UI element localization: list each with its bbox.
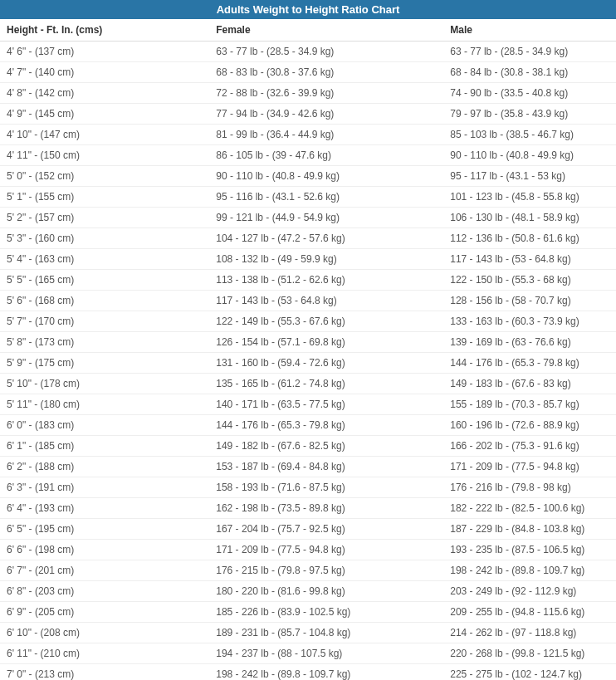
cell-male: 79 - 97 lb - (35.8 - 43.9 kg) xyxy=(443,104,616,125)
cell-height: 6' 5" - (195 cm) xyxy=(0,519,209,540)
cell-male: 95 - 117 lb - (43.1 - 53 kg) xyxy=(443,166,616,187)
cell-male: 63 - 77 lb - (28.5 - 34.9 kg) xyxy=(443,42,616,62)
table-row: 5' 4" - (163 cm)108 - 132 lb - (49 - 59.… xyxy=(0,249,616,270)
header-male: Male xyxy=(443,19,616,42)
table-row: 5' 9" - (175 cm)131 - 160 lb - (59.4 - 7… xyxy=(0,353,616,374)
table-row: 6' 5" - (195 cm)167 - 204 lb - (75.7 - 9… xyxy=(0,519,616,540)
cell-female: 180 - 220 lb - (81.6 - 99.8 kg) xyxy=(209,581,443,602)
cell-male: 117 - 143 lb - (53 - 64.8 kg) xyxy=(443,249,616,270)
header-female: Female xyxy=(209,19,443,42)
table-row: 6' 4" - (193 cm)162 - 198 lb - (73.5 - 8… xyxy=(0,498,616,519)
cell-male: 122 - 150 lb - (55.3 - 68 kg) xyxy=(443,270,616,291)
cell-female: 108 - 132 lb - (49 - 59.9 kg) xyxy=(209,249,443,270)
table-header-row: Height - Ft. In. (cms) Female Male xyxy=(0,19,616,42)
cell-female: 68 - 83 lb - (30.8 - 37.6 kg) xyxy=(209,62,443,83)
table-row: 5' 8" - (173 cm)126 - 154 lb - (57.1 - 6… xyxy=(0,332,616,353)
cell-male: 220 - 268 lb - (99.8 - 121.5 kg) xyxy=(443,643,616,664)
cell-height: 4' 9" - (145 cm) xyxy=(0,104,209,125)
chart-title: Adults Weight to Height Ratio Chart xyxy=(0,0,616,19)
cell-male: 187 - 229 lb - (84.8 - 103.8 kg) xyxy=(443,519,616,540)
cell-female: 153 - 187 lb - (69.4 - 84.8 kg) xyxy=(209,457,443,477)
table-row: 5' 5" - (165 cm)113 - 138 lb - (51.2 - 6… xyxy=(0,270,616,291)
cell-height: 5' 10" - (178 cm) xyxy=(0,374,209,394)
cell-female: 176 - 215 lb - (79.8 - 97.5 kg) xyxy=(209,560,443,581)
cell-female: 135 - 165 lb - (61.2 - 74.8 kg) xyxy=(209,374,443,394)
cell-male: 68 - 84 lb - (30.8 - 38.1 kg) xyxy=(443,62,616,83)
cell-female: 90 - 110 lb - (40.8 - 49.9 kg) xyxy=(209,166,443,187)
cell-female: 77 - 94 lb - (34.9 - 42.6 kg) xyxy=(209,104,443,125)
table-row: 6' 9" - (205 cm)185 - 226 lb - (83.9 - 1… xyxy=(0,602,616,623)
table-row: 6' 0" - (183 cm)144 - 176 lb - (65.3 - 7… xyxy=(0,415,616,436)
cell-height: 5' 8" - (173 cm) xyxy=(0,332,209,353)
cell-male: 171 - 209 lb - (77.5 - 94.8 kg) xyxy=(443,457,616,477)
cell-female: 158 - 193 lb - (71.6 - 87.5 kg) xyxy=(209,477,443,498)
cell-female: 81 - 99 lb - (36.4 - 44.9 kg) xyxy=(209,125,443,145)
cell-male: 106 - 130 lb - (48.1 - 58.9 kg) xyxy=(443,208,616,228)
cell-female: 113 - 138 lb - (51.2 - 62.6 kg) xyxy=(209,270,443,291)
cell-height: 6' 7" - (201 cm) xyxy=(0,560,209,581)
table-row: 6' 3" - (191 cm)158 - 193 lb - (71.6 - 8… xyxy=(0,477,616,498)
cell-male: 85 - 103 lb - (38.5 - 46.7 kg) xyxy=(443,125,616,145)
cell-height: 7' 0" - (213 cm) xyxy=(0,664,209,681)
table-row: 6' 10" - (208 cm)189 - 231 lb - (85.7 - … xyxy=(0,623,616,643)
table-row: 4' 6" - (137 cm)63 - 77 lb - (28.5 - 34.… xyxy=(0,42,616,62)
cell-height: 5' 1" - (155 cm) xyxy=(0,187,209,208)
cell-height: 4' 7" - (140 cm) xyxy=(0,62,209,83)
cell-female: 162 - 198 lb - (73.5 - 89.8 kg) xyxy=(209,498,443,519)
cell-height: 5' 5" - (165 cm) xyxy=(0,270,209,291)
table-row: 5' 7" - (170 cm)122 - 149 lb - (55.3 - 6… xyxy=(0,311,616,332)
table-row: 6' 2" - (188 cm)153 - 187 lb - (69.4 - 8… xyxy=(0,457,616,477)
table-row: 4' 9" - (145 cm)77 - 94 lb - (34.9 - 42.… xyxy=(0,104,616,125)
cell-height: 5' 7" - (170 cm) xyxy=(0,311,209,332)
cell-female: 95 - 116 lb - (43.1 - 52.6 kg) xyxy=(209,187,443,208)
cell-height: 6' 1" - (185 cm) xyxy=(0,436,209,457)
cell-female: 104 - 127 lb - (47.2 - 57.6 kg) xyxy=(209,228,443,249)
cell-male: 144 - 176 lb - (65.3 - 79.8 kg) xyxy=(443,353,616,374)
table-row: 6' 8" - (203 cm)180 - 220 lb - (81.6 - 9… xyxy=(0,581,616,602)
cell-height: 5' 11" - (180 cm) xyxy=(0,394,209,415)
table-row: 5' 2" - (157 cm)99 - 121 lb - (44.9 - 54… xyxy=(0,208,616,228)
table-row: 5' 10" - (178 cm)135 - 165 lb - (61.2 - … xyxy=(0,374,616,394)
cell-female: 126 - 154 lb - (57.1 - 69.8 kg) xyxy=(209,332,443,353)
cell-female: 149 - 182 lb - (67.6 - 82.5 kg) xyxy=(209,436,443,457)
cell-female: 140 - 171 lb - (63.5 - 77.5 kg) xyxy=(209,394,443,415)
cell-female: 185 - 226 lb - (83.9 - 102.5 kg) xyxy=(209,602,443,623)
cell-male: 203 - 249 lb - (92 - 112.9 kg) xyxy=(443,581,616,602)
cell-height: 6' 0" - (183 cm) xyxy=(0,415,209,436)
cell-height: 5' 6" - (168 cm) xyxy=(0,291,209,311)
table-row: 6' 1" - (185 cm)149 - 182 lb - (67.6 - 8… xyxy=(0,436,616,457)
table-row: 7' 0" - (213 cm)198 - 242 lb - (89.8 - 1… xyxy=(0,664,616,681)
cell-male: 182 - 222 lb - (82.5 - 100.6 kg) xyxy=(443,498,616,519)
cell-female: 189 - 231 lb - (85.7 - 104.8 kg) xyxy=(209,623,443,643)
cell-height: 4' 6" - (137 cm) xyxy=(0,42,209,62)
table-row: 5' 11" - (180 cm)140 - 171 lb - (63.5 - … xyxy=(0,394,616,415)
cell-height: 6' 2" - (188 cm) xyxy=(0,457,209,477)
cell-male: 101 - 123 lb - (45.8 - 55.8 kg) xyxy=(443,187,616,208)
cell-male: 155 - 189 lb - (70.3 - 85.7 kg) xyxy=(443,394,616,415)
cell-male: 176 - 216 lb - (79.8 - 98 kg) xyxy=(443,477,616,498)
table-row: 4' 11" - (150 cm)86 - 105 lb - (39 - 47.… xyxy=(0,145,616,166)
cell-height: 5' 2" - (157 cm) xyxy=(0,208,209,228)
cell-height: 5' 9" - (175 cm) xyxy=(0,353,209,374)
cell-male: 112 - 136 lb - (50.8 - 61.6 kg) xyxy=(443,228,616,249)
cell-male: 193 - 235 lb - (87.5 - 106.5 kg) xyxy=(443,540,616,560)
cell-male: 160 - 196 lb - (72.6 - 88.9 kg) xyxy=(443,415,616,436)
cell-height: 6' 10" - (208 cm) xyxy=(0,623,209,643)
cell-height: 4' 11" - (150 cm) xyxy=(0,145,209,166)
table-row: 5' 0" - (152 cm)90 - 110 lb - (40.8 - 49… xyxy=(0,166,616,187)
cell-height: 4' 8" - (142 cm) xyxy=(0,83,209,104)
table-row: 4' 10" - (147 cm)81 - 99 lb - (36.4 - 44… xyxy=(0,125,616,145)
cell-male: 90 - 110 lb - (40.8 - 49.9 kg) xyxy=(443,145,616,166)
cell-female: 63 - 77 lb - (28.5 - 34.9 kg) xyxy=(209,42,443,62)
weight-height-table: Height - Ft. In. (cms) Female Male 4' 6"… xyxy=(0,19,616,680)
table-row: 6' 7" - (201 cm)176 - 215 lb - (79.8 - 9… xyxy=(0,560,616,581)
cell-female: 144 - 176 lb - (65.3 - 79.8 kg) xyxy=(209,415,443,436)
cell-height: 5' 4" - (163 cm) xyxy=(0,249,209,270)
cell-male: 128 - 156 lb - (58 - 70.7 kg) xyxy=(443,291,616,311)
table-row: 6' 6" - (198 cm)171 - 209 lb - (77.5 - 9… xyxy=(0,540,616,560)
cell-height: 5' 3" - (160 cm) xyxy=(0,228,209,249)
cell-male: 74 - 90 lb - (33.5 - 40.8 kg) xyxy=(443,83,616,104)
cell-female: 131 - 160 lb - (59.4 - 72.6 kg) xyxy=(209,353,443,374)
cell-female: 86 - 105 lb - (39 - 47.6 kg) xyxy=(209,145,443,166)
cell-height: 6' 4" - (193 cm) xyxy=(0,498,209,519)
